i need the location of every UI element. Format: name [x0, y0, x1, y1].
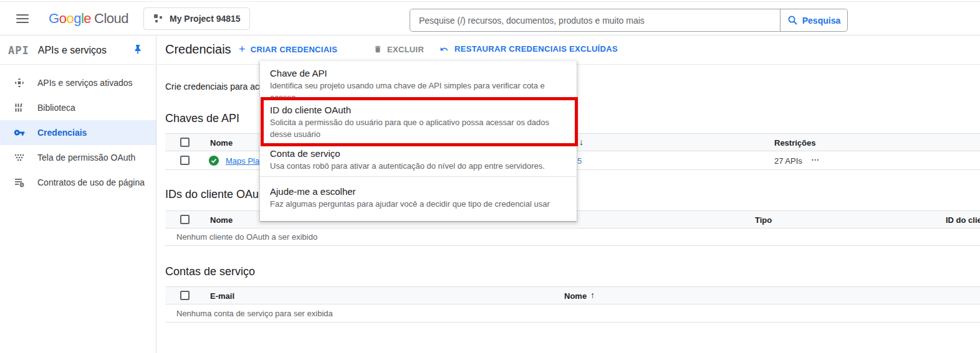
- restore-credentials-button[interactable]: RESTAURAR CREDENCIAIS EXCLUÍDAS: [439, 44, 618, 54]
- menu-item-title: Ajude-me a escolher: [270, 185, 565, 198]
- select-all-checkbox[interactable]: [180, 291, 190, 300]
- page-title: Credenciais: [165, 42, 231, 57]
- menu-item-help-me-choose[interactable]: Ajude-me a escolher Faz algumas pergunta…: [270, 185, 565, 210]
- sidebar-item-enabled-apis[interactable]: APIs e serviços ativados: [0, 70, 156, 95]
- oauth-clients-heading: IDs do cliente OAu: [165, 188, 259, 201]
- create-credentials-button[interactable]: + CRIAR CREDENCIAIS: [239, 44, 337, 54]
- sidebar-item-label: Biblioteca: [37, 103, 75, 113]
- trash-icon: [373, 44, 382, 54]
- search-input[interactable]: [410, 9, 780, 31]
- sidebar-item-library[interactable]: Biblioteca: [0, 95, 156, 120]
- page-usage-icon: [14, 177, 25, 188]
- api-product-logo: API: [8, 44, 29, 57]
- sidebar-item-oauth-consent[interactable]: Tela de permissão OAuth: [0, 145, 156, 170]
- menu-item-api-key[interactable]: Chave de API Identifica seu projeto usan…: [270, 67, 565, 103]
- menu-item-oauth-client-id[interactable]: ID do cliente OAuth Solicita a permissão…: [270, 103, 565, 140]
- menu-item-service-account[interactable]: Conta de serviço Usa contas robô para at…: [270, 147, 565, 172]
- menu-item-description: Usa contas robô para ativar a autenticaç…: [270, 160, 565, 172]
- menu-item-title: Chave de API: [270, 67, 565, 80]
- service-accounts-empty-row: Nenhuma conta de serviço para ser exibid…: [165, 304, 980, 322]
- menu-item-description: Identifica seu projeto usando uma chave …: [270, 80, 565, 92]
- enabled-apis-icon: [14, 77, 25, 88]
- menu-item-description: Faz algumas perguntas para ajudar você a…: [270, 198, 565, 210]
- restore-credentials-label: RESTAURAR CREDENCIAIS EXCLUÍDAS: [454, 44, 618, 54]
- select-all-checkbox[interactable]: [180, 215, 190, 224]
- logo-letter: e: [84, 11, 91, 26]
- sidebar: API APIs e serviços APIs e serviços ativ…: [0, 36, 156, 353]
- sidebar-item-label: Tela de permissão OAuth: [37, 153, 135, 162]
- sidebar-item-label: Contratos de uso de página: [37, 177, 145, 187]
- delete-button[interactable]: EXCLUIR: [373, 44, 424, 54]
- sidebar-header: API APIs e serviços: [0, 36, 156, 65]
- column-header-email[interactable]: E-mail: [210, 291, 234, 301]
- project-name: My Project 94815: [170, 14, 241, 24]
- column-header-name[interactable]: Nome: [210, 138, 233, 148]
- library-icon: [14, 102, 25, 113]
- google-cloud-console: GoogleCloud My Project 94815 Pesquisa: [0, 0, 980, 353]
- menu-icon[interactable]: [16, 14, 29, 23]
- menu-divider: [260, 176, 577, 177]
- restrictions-value: 27 APIs: [774, 156, 802, 166]
- sidebar-title: APIs e serviços: [38, 45, 107, 56]
- sidebar-item-label: Credenciais: [37, 128, 87, 138]
- pin-icon[interactable]: [133, 44, 142, 57]
- api-key-name-link[interactable]: Maps Pla: [226, 156, 259, 166]
- creation-date-fragment: 5: [577, 156, 582, 166]
- service-accounts-header-row: E-mail Nome ↑: [165, 286, 980, 304]
- plus-icon: +: [239, 44, 246, 54]
- column-header-restrictions[interactable]: Restrições: [774, 138, 815, 148]
- menu-item-description: desse usuário: [270, 128, 565, 140]
- sidebar-nav: APIs e serviços ativados Biblioteca: [0, 65, 156, 195]
- menu-item-title: ID do cliente OAuth: [270, 103, 565, 116]
- google-cloud-logo[interactable]: GoogleCloud: [49, 11, 128, 27]
- sort-desc-icon[interactable]: ↓: [579, 137, 584, 147]
- logo-letter: G: [49, 11, 59, 26]
- row-checkbox[interactable]: [180, 156, 190, 165]
- sidebar-item-credentials[interactable]: Credenciais: [0, 120, 156, 145]
- search-button[interactable]: Pesquisa: [780, 9, 847, 31]
- project-icon: [153, 13, 163, 24]
- intro-text: Crie credenciais para ace: [165, 82, 264, 92]
- project-selector-button[interactable]: My Project 94815: [143, 7, 250, 30]
- api-keys-heading: Chaves de API: [165, 112, 239, 125]
- search-bar: Pesquisa: [410, 9, 848, 32]
- column-header-name[interactable]: Nome: [210, 215, 233, 225]
- column-header-name[interactable]: Nome: [564, 291, 587, 301]
- more-actions-icon[interactable]: ⋯: [811, 155, 820, 164]
- status-ok-icon: [209, 156, 219, 166]
- logo-letter: g: [74, 11, 81, 26]
- menu-item-description: Solicita a permissão do usuário para que…: [270, 116, 565, 128]
- oauth-clients-empty-row: Nenhum cliente do OAuth a ser exibido: [165, 228, 980, 246]
- key-icon: [14, 127, 25, 138]
- column-header-type[interactable]: Tipo: [755, 215, 772, 225]
- empty-state-text: Nenhum cliente do OAuth a ser exibido: [176, 232, 317, 242]
- logo-cloud-label: Cloud: [94, 11, 128, 26]
- top-app-bar: GoogleCloud My Project 94815 Pesquisa: [0, 2, 980, 35]
- oauth-consent-icon: [14, 152, 25, 163]
- search-button-label: Pesquisa: [802, 16, 840, 26]
- delete-label: EXCLUIR: [387, 45, 424, 54]
- sort-asc-icon[interactable]: ↑: [590, 290, 595, 300]
- empty-state-text: Nenhuma conta de serviço para ser exibid…: [176, 309, 333, 318]
- menu-item-title: Conta de serviço: [270, 147, 565, 160]
- menu-item-description: acesso: [270, 92, 565, 103]
- create-credentials-menu: Chave de API Identifica seu projeto usan…: [260, 61, 577, 221]
- search-icon: [787, 15, 798, 26]
- column-header-client-id[interactable]: ID do clie: [946, 215, 980, 225]
- undo-icon: [439, 45, 449, 54]
- create-credentials-label: CRIAR CREDENCIAIS: [251, 45, 337, 54]
- sidebar-item-page-usage-agreements[interactable]: Contratos de uso de página: [0, 170, 156, 195]
- sidebar-item-label: APIs e serviços ativados: [37, 78, 133, 88]
- logo-letter: o: [59, 11, 67, 26]
- select-all-checkbox[interactable]: [180, 138, 190, 147]
- logo-letter: o: [66, 11, 74, 26]
- service-accounts-heading: Contas de serviço: [165, 265, 255, 278]
